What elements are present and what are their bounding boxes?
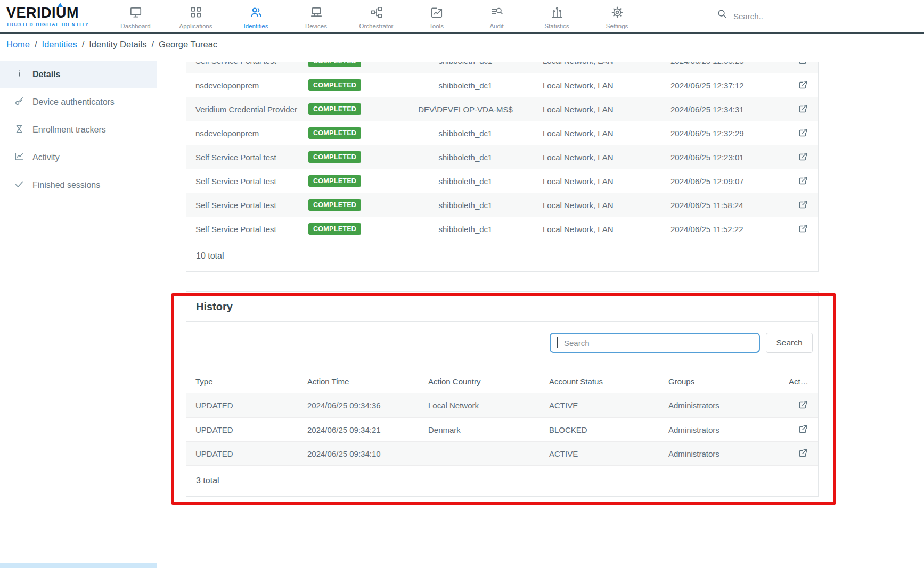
breadcrumb-home[interactable]: Home (6, 39, 30, 50)
history-groups: Administrators (668, 449, 789, 458)
open-session-icon[interactable] (798, 79, 808, 90)
status-badge: COMPLETED (308, 62, 361, 67)
open-session-icon[interactable] (798, 175, 808, 186)
column-header-account-status: Account Status (549, 377, 668, 386)
session-row: Self Service Portal test COMPLETED shibb… (186, 62, 818, 73)
history-groups: Administrators (668, 401, 789, 410)
session-time: 2024/06/25 12:09:07 (670, 177, 786, 186)
session-row: Self Service Portal test COMPLETED shibb… (186, 145, 818, 169)
breadcrumb-separator: / (151, 39, 154, 50)
session-time: 2024/06/25 11:58:24 (670, 201, 786, 210)
open-session-icon[interactable] (798, 127, 808, 138)
veridium-logo[interactable]: VERIDIUM TRUSTED DIGITAL IDENTITY (6, 6, 101, 27)
logo-tagline: TRUSTED DIGITAL IDENTITY (6, 22, 101, 27)
key-icon (14, 96, 24, 109)
orchestrator-icon (370, 5, 383, 21)
history-search-input[interactable] (550, 333, 760, 353)
nav-label: Dashboard (120, 23, 150, 29)
status-badge: COMPLETED (308, 199, 361, 211)
status-badge: COMPLETED (308, 175, 361, 187)
open-session-icon[interactable] (798, 223, 808, 234)
logo-triangle-icon (58, 3, 63, 7)
history-row: UPDATED 2024/06/25 09:34:10 ACTIVE Admin… (186, 441, 818, 465)
checkmark-icon (14, 179, 24, 192)
nav-label: Orchestrator (359, 23, 394, 29)
session-name: Veridium Credential Provider (195, 105, 308, 114)
session-device: shibboleth_dc1 (388, 177, 543, 186)
session-device: shibboleth_dc1 (388, 225, 543, 234)
nav-item-settings[interactable]: Settings (587, 3, 647, 29)
audit-icon (490, 5, 504, 21)
sidebar-item-details[interactable]: Details (0, 61, 157, 88)
session-name: nsdeveloponprem (195, 81, 308, 90)
nav-label: Statistics (544, 23, 569, 29)
nav-item-applications[interactable]: Applications (166, 3, 226, 29)
open-session-icon[interactable] (798, 199, 808, 210)
top-header: VERIDIUM TRUSTED DIGITAL IDENTITY Dashbo… (0, 0, 924, 34)
sidebar-item-device-authenticators[interactable]: Device authenticators (0, 88, 157, 116)
history-account-status: ACTIVE (549, 401, 668, 410)
history-row: UPDATED 2024/06/25 09:34:21 Denmark BLOC… (186, 417, 818, 441)
text-cursor (557, 337, 558, 348)
status-badge: COMPLETED (308, 223, 361, 235)
session-network: Local Network, LAN (543, 177, 670, 186)
session-row: Self Service Portal test COMPLETED shibb… (186, 169, 818, 193)
status-badge: COMPLETED (308, 103, 361, 115)
column-header-action-time: Action Time (307, 377, 428, 386)
session-time: 2024/06/25 12:34:31 (670, 105, 786, 114)
nav-item-statistics[interactable]: Statistics (527, 3, 587, 29)
history-account-status: BLOCKED (549, 425, 668, 434)
history-action-time: 2024/06/25 09:34:10 (307, 449, 428, 458)
session-name: Self Service Portal test (195, 201, 308, 210)
history-search-button[interactable]: Search (766, 333, 813, 353)
open-history-icon[interactable] (798, 424, 808, 434)
nav-item-devices[interactable]: Devices (286, 3, 346, 29)
sidebar-item-finished-sessions[interactable]: Finished sessions (0, 171, 157, 199)
applications-icon (189, 5, 203, 21)
session-network: Local Network, LAN (543, 225, 670, 234)
open-session-icon[interactable] (798, 62, 808, 65)
sessions-total: 10 total (186, 241, 818, 271)
nav-item-orchestrator[interactable]: Orchestrator (346, 3, 406, 29)
activity-chart-icon (14, 151, 24, 164)
statistics-icon (550, 5, 564, 21)
info-icon (14, 68, 24, 81)
hourglass-icon (14, 124, 24, 136)
nav-item-audit[interactable]: Audit (467, 3, 527, 29)
sidebar-item-label: Finished sessions (32, 180, 100, 190)
session-time: 2024/06/25 12:37:12 (670, 81, 786, 90)
breadcrumb-separator: / (82, 39, 85, 50)
logo-text: VERIDIUM (6, 6, 101, 20)
session-device: shibboleth_dc1 (388, 201, 543, 210)
status-badge: COMPLETED (308, 127, 361, 139)
nav-item-identities[interactable]: Identities (226, 3, 286, 29)
sidebar-item-activity[interactable]: Activity (0, 144, 157, 171)
session-time: 2024/06/25 12:23:01 (670, 153, 786, 162)
session-device: shibboleth_dc1 (388, 129, 543, 138)
nav-label: Identities (243, 23, 268, 29)
sidebar-item-enrollment-trackers[interactable]: Enrollment trackers (0, 116, 157, 144)
history-search-bar: Search (186, 322, 818, 353)
sessions-table: Self Service Portal test COMPLETED shibb… (186, 62, 819, 272)
open-session-icon[interactable] (798, 103, 808, 114)
horizontal-scrollbar[interactable] (0, 563, 157, 568)
breadcrumb-identities[interactable]: Identities (42, 39, 77, 50)
session-name: nsdeveloponprem (195, 129, 308, 138)
devices-icon (309, 5, 323, 21)
open-session-icon[interactable] (798, 151, 808, 162)
history-type: UPDATED (195, 401, 307, 410)
main-content: Self Service Portal test COMPLETED shibb… (157, 55, 924, 567)
history-total: 3 total (186, 465, 818, 496)
history-action-country: Local Network (428, 401, 549, 410)
history-action-time: 2024/06/25 09:34:36 (307, 401, 428, 410)
top-navigation: Dashboard Applications Identities Device… (105, 3, 647, 29)
identities-icon (249, 5, 263, 21)
session-time: 2024/06/25 11:52:22 (670, 225, 786, 234)
nav-item-dashboard[interactable]: Dashboard (105, 3, 166, 29)
column-header-type: Type (195, 377, 307, 386)
nav-item-tools[interactable]: Tools (406, 3, 467, 29)
open-history-icon[interactable] (798, 448, 808, 458)
breadcrumb-user-name: George Tureac (159, 39, 217, 50)
global-search-input[interactable] (732, 10, 824, 24)
open-history-icon[interactable] (798, 399, 808, 410)
